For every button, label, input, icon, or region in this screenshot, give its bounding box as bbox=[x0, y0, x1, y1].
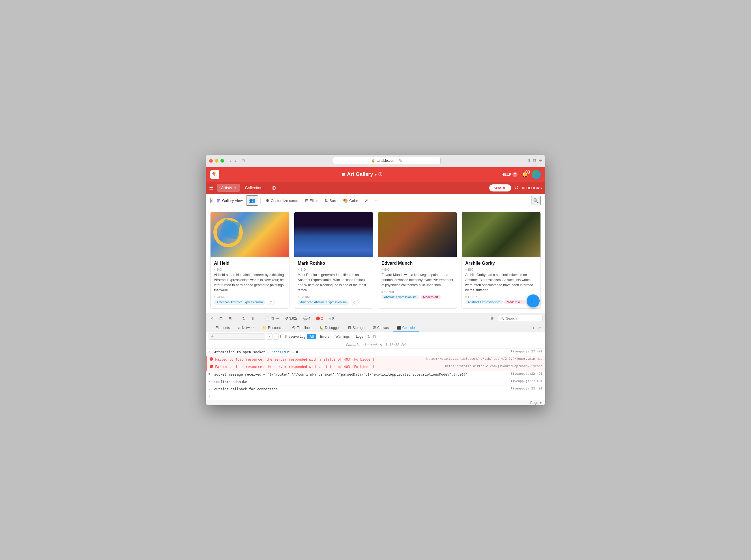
console-message-2: 🔴 Failed to load resource: the server re… bbox=[206, 363, 545, 371]
back-button[interactable]: ‹ bbox=[228, 158, 232, 164]
tab-collections[interactable]: Collections bbox=[241, 184, 268, 192]
add-tab-button[interactable]: + bbox=[531, 325, 536, 331]
artist-name: Edvard Munch bbox=[381, 261, 453, 266]
tag-modern-art[interactable]: Modern a... bbox=[504, 300, 525, 304]
filter-logs-button[interactable]: Logs bbox=[354, 334, 365, 339]
console-input[interactable] bbox=[212, 395, 542, 399]
devtools-undock-button[interactable]: ⊟ bbox=[227, 315, 234, 322]
devtools-reload-button[interactable]: ↻ bbox=[240, 315, 247, 322]
tab-storage[interactable]: 🗄 Storage bbox=[344, 324, 369, 332]
reload-icon[interactable]: ↻ bbox=[399, 158, 402, 163]
user-avatar[interactable] bbox=[532, 170, 541, 179]
collaborators-button[interactable]: 👥 bbox=[246, 196, 258, 206]
tag-american-abstract[interactable]: American Abstract Expressionism bbox=[298, 300, 349, 305]
next-result-button[interactable]: › bbox=[273, 334, 279, 340]
share-toolbar-button[interactable]: ⬆ bbox=[527, 158, 531, 163]
bio-text: Al Held began his painting career by exh… bbox=[214, 272, 286, 293]
share-button[interactable]: SHARE bbox=[489, 184, 511, 192]
blocks-icon: ⊞ bbox=[522, 186, 525, 190]
tab-canvas[interactable]: 🖼 Canvas bbox=[369, 324, 393, 332]
filter-all-button[interactable]: All bbox=[307, 334, 316, 339]
devtools-download-button[interactable]: ⬇ bbox=[250, 315, 256, 322]
forward-button[interactable]: › bbox=[234, 158, 238, 164]
error-link2[interactable]: https://static.airtable.com/jsSourceMap?… bbox=[445, 364, 542, 368]
color-button[interactable]: 🎨 Color bbox=[340, 197, 361, 204]
tab-elements[interactable]: ⊟ Elements bbox=[207, 324, 234, 332]
new-tab-button[interactable]: + bbox=[538, 158, 542, 164]
customize-cards-button[interactable]: ⚙ Customize cards bbox=[263, 197, 301, 204]
tag-modern-art[interactable]: Modern art bbox=[420, 295, 440, 299]
blocks-button[interactable]: ⊞ BLOCKS bbox=[522, 186, 542, 190]
devtools-search-input[interactable] bbox=[506, 317, 540, 320]
tags-area: Abstract Expressionism Modern a... bbox=[465, 300, 537, 304]
storage-label: Storage bbox=[353, 326, 364, 330]
fullscreen-button[interactable]: ⤢ bbox=[362, 197, 371, 204]
bio-label: ≡ BIO bbox=[465, 268, 537, 271]
devtools-close-button[interactable]: ✕ bbox=[209, 315, 215, 322]
card-arshile-gorky[interactable]: Arshile Gorky ≡ BIO Arshile Gorky had a … bbox=[461, 212, 541, 308]
tag-extra[interactable]: C bbox=[267, 300, 275, 305]
message-text: confirmHandshake bbox=[214, 379, 508, 385]
clear-console-button[interactable]: 🗑 bbox=[372, 334, 376, 339]
error-icon: 🔴 bbox=[210, 364, 214, 368]
url-input[interactable]: 🔒 airtable.com ↻ bbox=[333, 157, 440, 164]
card-edvard-munch[interactable]: Edvard Munch ≡ BIO Edvard Munch was a No… bbox=[378, 212, 457, 308]
info-icon[interactable]: ⓘ bbox=[378, 172, 382, 177]
tag-abstract[interactable]: Abstract Expressionism bbox=[465, 300, 503, 304]
devtools-dock-button[interactable]: ⊡ bbox=[218, 315, 224, 322]
message-text: outside callback for connected! bbox=[214, 387, 508, 392]
card-mark-rothko[interactable]: Mark Rothko ≡ BIO Mark Rothko is general… bbox=[294, 212, 373, 308]
tab-artists-dropdown[interactable]: ▾ bbox=[234, 186, 236, 190]
add-record-button[interactable]: + bbox=[527, 295, 540, 307]
tab-debugger[interactable]: 🐛 Debugger bbox=[315, 324, 344, 332]
error-link[interactable]: https://static.airtable.com/js/lib/jquer… bbox=[426, 357, 542, 361]
settings-icon[interactable]: ⚙ bbox=[536, 325, 544, 332]
refresh-icon[interactable]: ↻ bbox=[367, 334, 371, 339]
more-button[interactable]: ··· bbox=[372, 197, 381, 204]
expand-button[interactable]: ▸ bbox=[210, 198, 213, 203]
maximize-button[interactable] bbox=[220, 159, 224, 163]
filter-warnings-button[interactable]: Warnings bbox=[333, 334, 352, 339]
filter-icon: ⊟ bbox=[305, 198, 309, 203]
app-logo[interactable]: 🪁 bbox=[210, 170, 219, 179]
help-button[interactable]: HELP ? bbox=[501, 172, 517, 177]
sort-button[interactable]: ⇅ Sort bbox=[322, 197, 339, 204]
new-window-button[interactable]: ⊡ bbox=[240, 158, 246, 163]
tab-timelines[interactable]: ⏱ Timelines bbox=[288, 324, 315, 332]
elements-icon: ⊟ bbox=[211, 326, 214, 330]
card-al-held[interactable]: Al Held ≡ BIO Al Held began his painting… bbox=[210, 212, 290, 308]
tab-network[interactable]: ⊕ Network bbox=[234, 324, 258, 332]
view-selector[interactable]: ⊞ Gallery View bbox=[215, 197, 245, 205]
devtools-search-box[interactable]: 🔍 bbox=[498, 315, 542, 322]
dropdown-icon[interactable]: ▾ bbox=[375, 172, 377, 177]
history-icon[interactable]: ↺ bbox=[514, 185, 519, 191]
filter-errors-button[interactable]: Errors bbox=[318, 334, 332, 339]
search-button[interactable]: 🔍 bbox=[531, 196, 541, 205]
minimize-button[interactable] bbox=[215, 159, 218, 163]
cursor-symbol: › bbox=[209, 394, 210, 399]
message-source: https://static.airtable.com/jsSourceMap?… bbox=[445, 364, 542, 368]
tab-console[interactable]: ⬛ Console bbox=[393, 324, 419, 332]
tag-extra[interactable]: C bbox=[351, 300, 358, 305]
toolbar: ▸ ⊞ Gallery View 👥 ⚙ Customize cards ⊟ F… bbox=[206, 194, 545, 207]
preserve-log-checkbox[interactable] bbox=[280, 335, 284, 338]
search-icon: 🔍 bbox=[500, 317, 505, 320]
preserve-log-label[interactable]: Preserve Log bbox=[280, 335, 305, 339]
add-tab-button[interactable]: ⊕ bbox=[270, 184, 277, 192]
notifications-button[interactable]: 🔔 6 bbox=[521, 172, 528, 178]
socket-link[interactable]: "socTTm0" bbox=[271, 350, 290, 354]
filter-button[interactable]: ⊟ Filter bbox=[302, 197, 321, 204]
hamburger-icon[interactable]: ☰ bbox=[209, 185, 214, 191]
console-filter-input[interactable]: ⊕ bbox=[209, 334, 265, 340]
gallery-view: Al Held ≡ BIO Al Held began his painting… bbox=[206, 207, 545, 313]
tag-american-abstract[interactable]: American Abstract Expressionism bbox=[214, 300, 265, 305]
prev-result-button[interactable]: ‹ bbox=[267, 334, 273, 340]
tab-artists[interactable]: Artists ▾ bbox=[217, 184, 240, 192]
devtools-inspect-button[interactable]: ⊕ bbox=[489, 315, 495, 322]
close-button[interactable] bbox=[209, 159, 213, 163]
tab-resources[interactable]: 📁 Resources bbox=[258, 324, 288, 332]
page-indicator[interactable]: Page ▼ bbox=[206, 400, 545, 405]
tab-manage-button[interactable]: ⧉ bbox=[533, 158, 536, 163]
console-filter-text[interactable] bbox=[215, 335, 243, 339]
tag-abstract[interactable]: Abstract Expressionism bbox=[381, 295, 419, 299]
